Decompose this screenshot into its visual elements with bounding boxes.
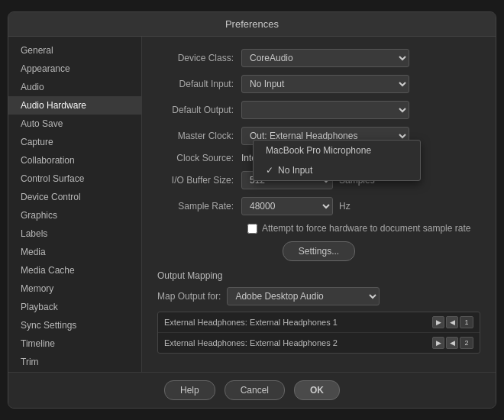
output-mapping-title: Output Mapping <box>157 270 480 281</box>
map-output-select[interactable]: Adobe Desktop Audio <box>227 287 380 305</box>
sidebar-item-timeline[interactable]: Timeline <box>8 334 141 353</box>
hz-label: Hz <box>339 201 351 212</box>
dropdown-item-no-input-label: No Input <box>278 165 312 176</box>
dropdown-item-no-input[interactable]: ✓ No Input <box>254 160 420 180</box>
sidebar: GeneralAppearanceAudioAudio HardwareAuto… <box>8 37 142 372</box>
output-controls: ▶▶2 <box>432 337 473 349</box>
dialog-title: Preferences <box>225 18 279 30</box>
clock-source-label: Clock Source: <box>157 153 241 163</box>
output-row: External Headphones: External Headphones… <box>158 333 480 353</box>
default-output-select[interactable] <box>241 101 409 119</box>
sidebar-item-memory[interactable]: Memory <box>8 279 141 298</box>
default-input-label: Default Input: <box>157 79 241 89</box>
title-bar: Preferences <box>8 12 496 37</box>
device-class-row: Device Class: CoreAudio <box>157 49 480 67</box>
dropdown-item-microphone[interactable]: MacBook Pro Microphone <box>254 141 420 160</box>
sidebar-item-media-cache[interactable]: Media Cache <box>8 261 141 279</box>
map-output-label: Map Output for: <box>157 291 221 302</box>
default-output-row: Default Output: <box>157 101 480 119</box>
sidebar-item-audio[interactable]: Audio <box>8 78 141 96</box>
device-class-select[interactable]: CoreAudio <box>241 49 409 67</box>
sidebar-item-auto-save[interactable]: Auto Save <box>8 115 141 133</box>
speaker-button[interactable]: ▶ <box>446 337 458 349</box>
output-list: External Headphones: External Headphones… <box>157 312 480 354</box>
default-input-row: Default Input: No Input MacBook Pro Micr… <box>157 75 480 93</box>
preferences-dialog: Preferences GeneralAppearanceAudioAudio … <box>8 11 496 409</box>
output-mapping-section: Output Mapping Map Output for: Adobe Des… <box>157 270 480 354</box>
footer: Help Cancel OK <box>8 372 496 408</box>
force-sample-rate-checkbox[interactable] <box>247 224 257 234</box>
sidebar-item-general[interactable]: General <box>8 41 141 60</box>
device-class-label: Device Class: <box>157 53 241 63</box>
sample-rate-select[interactable]: 48000 <box>241 197 333 215</box>
output-row-label: External Headphones: External Headphones… <box>164 318 338 327</box>
sample-rate-label: Sample Rate: <box>157 201 241 212</box>
play-button[interactable]: ▶ <box>432 316 444 328</box>
default-input-dropdown[interactable]: MacBook Pro Microphone ✓ No Input <box>253 140 421 181</box>
sidebar-item-device-control[interactable]: Device Control <box>8 188 141 206</box>
cancel-button[interactable]: Cancel <box>225 380 285 400</box>
sample-rate-row: Sample Rate: 48000 Hz <box>157 197 480 215</box>
sidebar-item-audio-hardware[interactable]: Audio Hardware <box>8 96 141 115</box>
output-row-label: External Headphones: External Headphones… <box>164 338 338 347</box>
play-button[interactable]: ▶ <box>432 337 444 349</box>
sidebar-item-sync-settings[interactable]: Sync Settings <box>8 316 141 334</box>
main-panel: Device Class: CoreAudio Default Input: N… <box>142 37 496 372</box>
sidebar-item-graphics[interactable]: Graphics <box>8 206 141 225</box>
sidebar-item-collaboration[interactable]: Collaboration <box>8 151 141 170</box>
io-buffer-label: I/O Buffer Size: <box>157 175 241 186</box>
output-controls: ▶▶1 <box>432 316 473 328</box>
map-output-row: Map Output for: Adobe Desktop Audio <box>157 287 480 305</box>
sidebar-item-appearance[interactable]: Appearance <box>8 60 141 78</box>
force-sample-rate-label: Attempt to force hardware to document sa… <box>262 223 470 234</box>
check-icon: ✓ <box>266 165 273 176</box>
output-row: External Headphones: External Headphones… <box>158 312 480 333</box>
dropdown-item-microphone-label: MacBook Pro Microphone <box>266 145 371 156</box>
default-input-select[interactable]: No Input <box>241 75 409 93</box>
speaker-button[interactable]: ▶ <box>446 316 458 328</box>
help-button[interactable]: Help <box>164 380 215 400</box>
master-clock-label: Master Clock: <box>157 131 241 141</box>
sidebar-item-trim[interactable]: Trim <box>8 353 141 371</box>
settings-button[interactable]: Settings... <box>283 241 355 261</box>
output-number: 1 <box>460 316 473 328</box>
sidebar-item-labels[interactable]: Labels <box>8 225 141 243</box>
force-sample-rate-row: Attempt to force hardware to document sa… <box>247 223 480 234</box>
ok-button[interactable]: OK <box>294 380 340 400</box>
sidebar-item-playback[interactable]: Playback <box>8 298 141 316</box>
default-output-label: Default Output: <box>157 105 241 115</box>
output-number: 2 <box>460 337 473 349</box>
sidebar-item-capture[interactable]: Capture <box>8 133 141 151</box>
sidebar-item-media[interactable]: Media <box>8 243 141 261</box>
sidebar-item-control-surface[interactable]: Control Surface <box>8 170 141 188</box>
content-area: GeneralAppearanceAudioAudio HardwareAuto… <box>8 37 496 372</box>
